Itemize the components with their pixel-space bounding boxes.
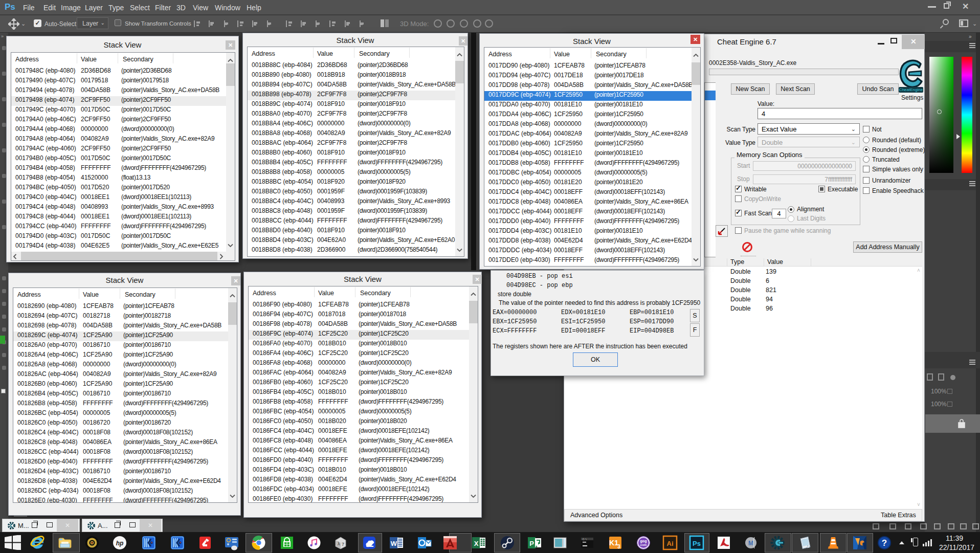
svg-text:P: P [529, 540, 534, 547]
svg-text:M: M [748, 540, 753, 547]
svg-text:Ai: Ai [667, 540, 674, 547]
svg-text:com: com [640, 543, 647, 546]
svg-text:Ps: Ps [693, 540, 701, 547]
svg-text:3: 3 [617, 544, 620, 549]
svg-text:?: ? [882, 538, 887, 548]
svg-text:X: X [474, 540, 479, 547]
svg-text:hp: hp [116, 540, 124, 547]
svg-text:W: W [391, 540, 397, 547]
svg-text:gog: gog [640, 539, 647, 543]
svg-text:CheatEngine: CheatEngine [899, 87, 923, 92]
svg-text:λ: λ [338, 541, 340, 546]
svg-text:7: 7 [342, 542, 344, 547]
svg-text:C:\: C:\ [583, 538, 587, 541]
